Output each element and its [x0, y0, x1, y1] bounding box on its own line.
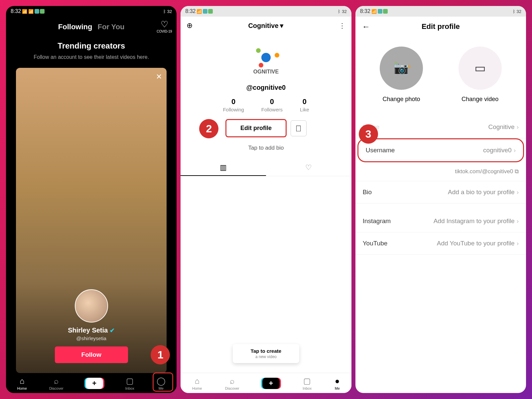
battery-icon: 32 [342, 9, 346, 14]
edit-profile-button[interactable]: Edit profile [225, 119, 287, 137]
bluetooth-icon: ᛒ [338, 9, 340, 14]
add-friend-icon[interactable]: ⊕ [187, 21, 193, 30]
back-arrow-icon[interactable]: ← [362, 22, 370, 31]
creator-name: Shirley Setia ✔ [68, 327, 115, 334]
edit-title: Edit profile [370, 22, 511, 31]
bluetooth-icon: ᛒ [163, 9, 166, 14]
row-url: tiktok.com/@cognitive0 ⧉ [355, 162, 526, 181]
media-row: 📷 Change photo ▭ Change video [355, 37, 526, 106]
trending-title: Trending creators [13, 41, 170, 51]
step-badge-1: 1 [151, 345, 170, 364]
bottom-nav: ⌂Home ⌕Discover + ▢Inbox ◯Me [6, 373, 177, 393]
profile-title-dropdown[interactable]: Cognitive▾ [248, 22, 283, 30]
row-username[interactable]: Username cognitive0› [357, 138, 524, 162]
home-icon: ⌂ [195, 376, 200, 386]
grid-icon: ▥ [220, 163, 227, 172]
nav-inbox[interactable]: ▢Inbox [125, 376, 134, 390]
step-badge-3: 3 [359, 124, 378, 144]
creator-handle: @shirleysetia [76, 335, 106, 341]
stat-followers[interactable]: 0 Followers [253, 97, 291, 112]
chevron-right-icon: › [517, 240, 519, 247]
change-video[interactable]: ▭ Change video [459, 47, 502, 103]
signal-icon: 📶 [371, 9, 377, 14]
nav-inbox[interactable]: ▢Inbox [303, 376, 312, 390]
stats-row: 0 Following 0 Followers 0 Like [214, 97, 318, 112]
bluetooth-icon: ᛒ [513, 9, 515, 14]
me-tab-highlight [153, 372, 173, 392]
chevron-right-icon: › [517, 217, 519, 225]
battery-icon: 32 [167, 9, 172, 14]
feed-header: Following For You ♡ COVID-19 [6, 17, 177, 37]
verified-icon: ✔ [110, 327, 115, 334]
nav-create[interactable]: + [86, 378, 103, 389]
trending-desc: Follow an account to see their latest vi… [13, 53, 170, 61]
chevron-right-icon: › [514, 147, 516, 154]
phone-screen-1: 8:32 📶 📶 ᛒ 32 Following For You ♡ COVID-… [6, 6, 177, 393]
battery-icon: 32 [517, 9, 521, 14]
status-bar: 8:32 📶 📶 ᛒ 32 [6, 6, 177, 17]
more-icon[interactable]: ⋮ [339, 22, 345, 30]
heart-icon: ♡ [305, 163, 312, 172]
tab-for-you[interactable]: For You [97, 23, 124, 31]
tab-liked[interactable]: ♡ [266, 160, 351, 176]
change-photo[interactable]: 📷 Change photo [380, 47, 423, 103]
nav-discover[interactable]: ⌕Discover [225, 376, 239, 390]
covid-badge[interactable]: ♡ COVID-19 [157, 19, 172, 33]
stat-following[interactable]: 0 Following [214, 97, 252, 112]
create-tooltip: Tap to create a new video [233, 344, 299, 363]
stat-likes[interactable]: 0 Like [291, 97, 318, 112]
camera-icon: 📷 [394, 61, 409, 75]
row-bio[interactable]: Bio Add a bio to your profile› [355, 181, 526, 203]
profile-icon: ● [335, 376, 340, 386]
chevron-down-icon: ▾ [280, 22, 283, 30]
status-time: 8:32 [185, 8, 196, 14]
inbox-icon: ▢ [303, 376, 311, 386]
profile-body: OGNITIVE @cognitive0 0 Following 0 Follo… [181, 35, 351, 373]
row-name[interactable]: Name Cognitive› [355, 116, 526, 138]
signal-icon: 📶 [197, 9, 202, 14]
search-icon: ⌕ [54, 376, 59, 386]
creator-avatar[interactable] [75, 289, 108, 323]
shield-icon: ♡ [161, 19, 168, 30]
row-instagram[interactable]: Instagram Add Instagram to your profile› [355, 210, 526, 232]
follow-button[interactable]: Follow [55, 346, 128, 363]
nav-discover[interactable]: ⌕Discover [49, 376, 64, 390]
video-icon: ▭ [474, 61, 486, 75]
edit-header: ← Edit profile [355, 17, 526, 37]
tab-grid[interactable]: ▥ [181, 160, 266, 176]
inbox-icon: ▢ [126, 376, 134, 386]
search-icon: ⌕ [230, 376, 234, 386]
profile-avatar[interactable]: OGNITIVE [246, 41, 286, 81]
bottom-nav: ⌂Home ⌕Discover + ▢Inbox ●Me [181, 373, 351, 393]
bookmark-button[interactable]: ⎕ [291, 120, 307, 136]
trending-section: Trending creators Follow an account to s… [6, 37, 177, 68]
close-icon[interactable]: ✕ [156, 72, 162, 81]
chevron-right-icon: › [517, 189, 519, 196]
nav-home[interactable]: ⌂Home [17, 376, 27, 390]
home-icon: ⌂ [20, 376, 25, 386]
row-youtube[interactable]: YouTube Add YouTube to your profile› [355, 232, 526, 255]
status-bar: 8:32 📶 ᛒ 32 [355, 6, 526, 17]
edit-list: Name Cognitive› Username cognitive0› tik… [355, 116, 526, 255]
status-time: 8:32 [360, 8, 370, 14]
phone-screen-2: 8:32 📶 ᛒ 32 ⊕ Cognitive▾ ⋮ OGNITIVE [181, 6, 351, 393]
username: @cognitive0 [246, 84, 286, 91]
copy-icon: ⧉ [515, 168, 519, 175]
status-bar: 8:32 📶 ᛒ 32 [181, 6, 351, 17]
profile-tabs: ▥ ♡ [181, 160, 351, 176]
bio-placeholder[interactable]: Tap to add bio [248, 145, 284, 151]
signal-icon: 📶 [22, 9, 27, 14]
nav-create[interactable]: + [262, 378, 280, 389]
nav-home[interactable]: ⌂Home [192, 376, 202, 390]
signal-icon-2: 📶 [28, 9, 34, 14]
creator-card[interactable]: ✕ Shirley Setia ✔ @shirleysetia Follow [16, 68, 167, 373]
status-time: 8:32 [11, 8, 21, 14]
tab-following[interactable]: Following [58, 23, 92, 31]
bookmark-icon: ⎕ [296, 124, 301, 133]
profile-header: ⊕ Cognitive▾ ⋮ [181, 17, 351, 35]
phone-screen-3: 8:32 📶 ᛒ 32 ← Edit profile 📷 Change phot… [355, 6, 526, 393]
step-badge-2: 2 [199, 119, 218, 138]
chevron-right-icon: › [517, 123, 519, 131]
nav-me[interactable]: ●Me [335, 376, 340, 390]
